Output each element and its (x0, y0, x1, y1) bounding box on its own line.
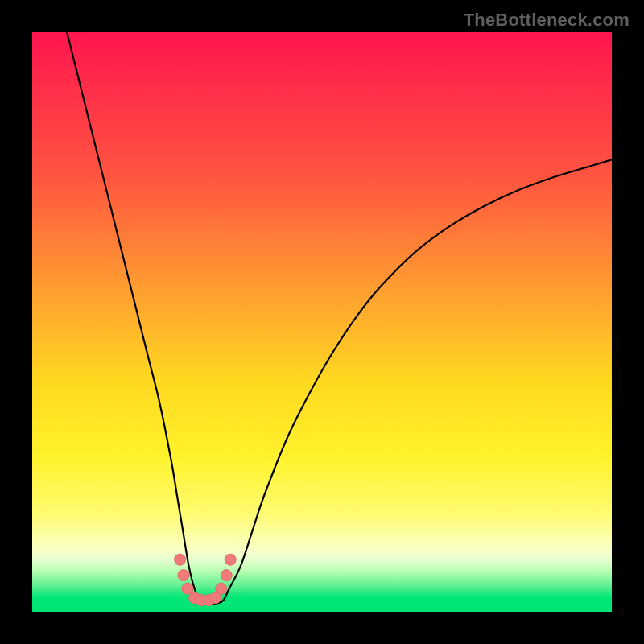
marker-dot (225, 554, 236, 565)
highlight-markers (175, 554, 237, 605)
marker-dot (221, 570, 232, 581)
marker-dot (216, 583, 227, 594)
marker-dot (178, 570, 189, 581)
watermark-text: TheBottleneck.com (464, 10, 630, 31)
bottleneck-curve (67, 32, 612, 604)
marker-dot (182, 583, 193, 594)
chart-frame: TheBottleneck.com (0, 0, 644, 644)
marker-dot (175, 554, 186, 565)
chart-svg (32, 32, 612, 612)
plot-area (32, 32, 612, 612)
